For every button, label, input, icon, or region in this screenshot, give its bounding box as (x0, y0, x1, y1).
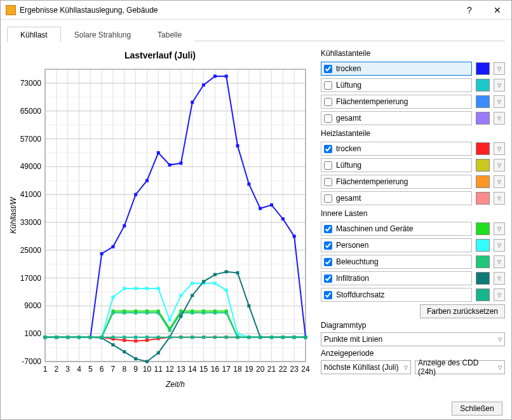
svg-rect-109 (202, 83, 205, 86)
svg-text:5: 5 (88, 365, 93, 374)
legend-box[interactable]: Infiltration (321, 271, 472, 285)
svg-rect-258 (259, 335, 262, 339)
svg-text:12: 12 (165, 365, 174, 374)
svg-rect-201 (157, 311, 160, 315)
legend-color-swatch[interactable] (476, 95, 490, 108)
legend-checkbox[interactable] (324, 225, 332, 233)
legend-color-dropdown[interactable]: ▽ (494, 239, 505, 252)
legend-color-dropdown[interactable]: ▽ (494, 79, 505, 91)
legend-row-heiz-1: Lüftung▽ (321, 157, 505, 173)
legend-color-dropdown[interactable]: ▽ (494, 62, 505, 75)
legend-box[interactable]: Lüftung (321, 158, 472, 172)
legend-color-dropdown[interactable]: ▽ (494, 222, 505, 235)
tab-kuehllast[interactable]: Kühllast (7, 27, 61, 42)
close-window-button[interactable]: ✕ (483, 1, 511, 20)
svg-text:9000: 9000 (24, 301, 41, 310)
legend-color-dropdown[interactable]: ▽ (494, 95, 505, 108)
tab-solare[interactable]: Solare Strahlung (61, 27, 144, 42)
legend-checkbox[interactable] (324, 194, 332, 203)
legend-color-dropdown[interactable]: ▽ (494, 112, 505, 125)
legend-label: Stoffdurchsatz (336, 290, 385, 299)
legend-color-swatch[interactable] (476, 288, 490, 301)
legend-color-dropdown[interactable]: ▽ (494, 175, 505, 188)
legend-color-dropdown[interactable]: ▽ (494, 159, 505, 172)
legend-checkbox[interactable] (324, 114, 332, 123)
svg-rect-183 (225, 288, 228, 292)
svg-text:-7000: -7000 (22, 357, 41, 366)
legend-row-kuehl-1: Lüftung▽ (321, 77, 505, 93)
legend-box[interactable]: Personen (321, 238, 472, 252)
svg-text:16: 16 (211, 365, 220, 374)
legend-box[interactable]: Lüftung (321, 78, 472, 92)
svg-rect-221 (111, 343, 114, 346)
svg-rect-206 (213, 311, 217, 315)
legend-color-dropdown[interactable]: ▽ (494, 255, 505, 268)
svg-rect-257 (247, 335, 250, 339)
legend-box[interactable]: Beleuchtung (321, 255, 472, 269)
legend-box[interactable]: Flächentemperierung (321, 95, 472, 109)
svg-rect-230 (213, 273, 217, 276)
legend-color-dropdown[interactable]: ▽ (494, 142, 505, 155)
legend-box[interactable]: gesamt (321, 191, 472, 205)
legend-checkbox[interactable] (324, 145, 332, 153)
legend-color-swatch[interactable] (476, 239, 490, 252)
legend-color-dropdown[interactable]: ▽ (494, 288, 505, 301)
svg-text:20: 20 (256, 365, 265, 374)
legend-box[interactable]: gesamt (321, 111, 472, 125)
svg-rect-241 (66, 335, 69, 339)
legend-color-swatch[interactable] (476, 222, 490, 235)
svg-rect-224 (145, 360, 149, 363)
legend-color-swatch[interactable] (476, 175, 490, 188)
svg-rect-117 (293, 234, 296, 238)
svg-rect-173 (111, 295, 114, 299)
legend-color-swatch[interactable] (476, 192, 490, 205)
svg-text:11: 11 (154, 365, 163, 374)
legend-color-swatch[interactable] (476, 255, 490, 268)
reset-colors-button[interactable]: Farben zurücksetzen (420, 304, 505, 318)
legend-label: Lüftung (336, 161, 361, 170)
legend-color-swatch[interactable] (476, 272, 490, 285)
legend-checkbox[interactable] (324, 274, 332, 283)
svg-rect-243 (89, 335, 92, 339)
legend-color-swatch[interactable] (476, 112, 490, 125)
legend-color-swatch[interactable] (476, 62, 490, 75)
legend-box[interactable]: trocken (321, 142, 472, 156)
legend-checkbox[interactable] (324, 178, 332, 186)
svg-rect-227 (179, 315, 182, 318)
legend-color-dropdown[interactable]: ▽ (494, 192, 505, 205)
legend-box[interactable]: trocken (321, 62, 472, 76)
legend-checkbox[interactable] (324, 81, 332, 90)
legend-box[interactable]: Stoffdurchsatz (321, 288, 472, 302)
select-diagtype[interactable]: Punkte mit Linien▽ (321, 332, 505, 346)
help-button[interactable]: ? (455, 1, 483, 20)
select-period-1[interactable]: höchste Kühllast (Juli)▽ (321, 360, 411, 374)
legend-color-swatch[interactable] (476, 142, 490, 155)
legend-row-kuehl-2: Flächentemperierung▽ (321, 93, 505, 110)
legend-checkbox[interactable] (324, 291, 332, 299)
legend-row-inner-0: Maschinen und Geräte▽ (321, 220, 505, 237)
tab-bar: Kühllast Solare Strahlung Tabelle (7, 26, 505, 41)
legend-color-dropdown[interactable]: ▽ (494, 272, 505, 285)
legend-row-inner-1: Personen▽ (321, 237, 505, 254)
select-period-2[interactable]: Anzeige des CDD (24h)▽ (415, 360, 505, 374)
svg-rect-261 (293, 335, 296, 339)
svg-rect-249 (157, 335, 160, 339)
legend-checkbox[interactable] (324, 258, 332, 266)
svg-rect-126 (123, 339, 126, 342)
close-button[interactable]: Schließen (452, 402, 502, 416)
legend-box[interactable]: Maschinen und Geräte (321, 222, 472, 236)
legend-checkbox[interactable] (324, 161, 332, 170)
legend-box[interactable]: Flächentemperierung (321, 175, 472, 189)
section-inner: Innere Lasten (321, 209, 505, 218)
svg-rect-108 (191, 101, 194, 104)
svg-rect-255 (225, 335, 228, 339)
legend-color-swatch[interactable] (476, 159, 490, 172)
select-diagtype-value: Punkte mit Linien (324, 335, 382, 344)
svg-rect-251 (179, 335, 182, 339)
tab-tabelle[interactable]: Tabelle (144, 27, 195, 42)
legend-checkbox[interactable] (324, 98, 332, 106)
legend-checkbox[interactable] (324, 241, 332, 250)
legend-color-swatch[interactable] (476, 79, 490, 91)
svg-rect-205 (202, 311, 205, 315)
legend-checkbox[interactable] (324, 65, 332, 73)
